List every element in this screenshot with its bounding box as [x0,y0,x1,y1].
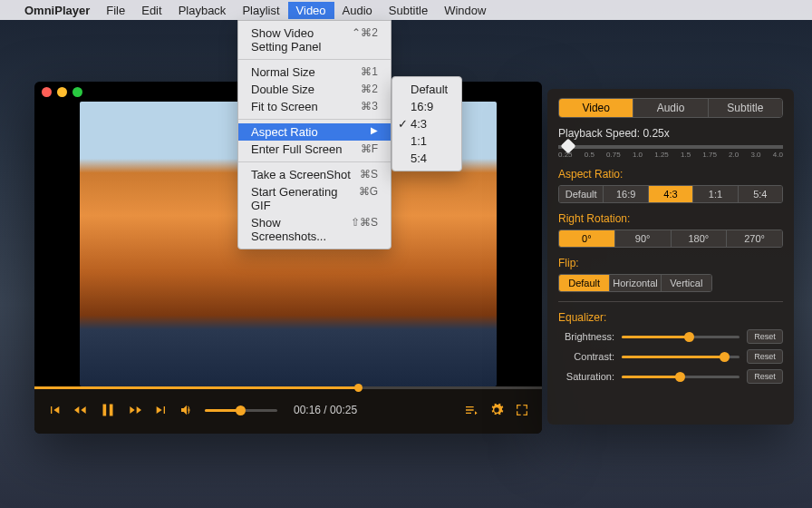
menu-separator [238,59,391,60]
aspect-option-default[interactable]: Default [392,81,461,98]
rewind-button[interactable] [72,403,87,417]
menuitem-label: Start Generating GIF [251,185,359,212]
menuitem-label: Double Size [251,83,314,96]
menuitem-aspect-ratio[interactable]: Aspect Ratio ▶ [238,123,391,141]
menuitem-label: Normal Size [251,65,315,79]
rotation-segmented: 0° 90° 180° 270° [558,230,783,248]
tab-video[interactable]: Video [559,99,633,117]
settings-button[interactable] [489,403,504,417]
app-menu[interactable]: OmniPlayer [16,2,98,19]
aspect-4-3[interactable]: 4:3 [648,186,692,202]
menuitem-label: Show Video Setting Panel [251,26,352,54]
aspect-1-1[interactable]: 1:1 [692,186,737,202]
playback-speed-slider[interactable] [558,145,783,149]
timecode: 00:16 / 00:25 [294,404,357,416]
flip-default[interactable]: Default [559,275,609,291]
window-close-button[interactable] [42,87,52,97]
aspect-5-4[interactable]: 5:4 [738,186,782,202]
brightness-slider[interactable] [622,336,740,338]
menu-window[interactable]: Window [436,2,494,19]
contrast-reset-button[interactable]: Reset [747,349,783,364]
video-pillarbox-left [34,102,80,386]
next-track-button[interactable] [154,403,169,417]
saturation-slider[interactable] [622,376,740,378]
pause-button[interactable] [98,400,118,420]
menuitem-show-screenshots[interactable]: Show Screenshots... ⇧⌘S [238,214,391,245]
aspect-option-1-1[interactable]: 1:1 [392,132,461,150]
rotation-90[interactable]: 90° [614,230,671,247]
menuitem-label: Enter Full Screen [251,142,342,156]
menuitem-shortcut: ⌘2 [361,83,378,96]
rotation-270[interactable]: 270° [726,230,782,247]
contrast-slider[interactable] [622,356,740,358]
fast-forward-button[interactable] [129,403,143,417]
player-controls: 00:16 / 00:25 [34,386,542,434]
eq-saturation-row: Saturation: Reset [558,369,783,384]
aspect-option-4-3[interactable]: 4:3 [392,115,461,132]
window-zoom-button[interactable] [72,87,82,97]
menubar: OmniPlayer File Edit Playback Playlist V… [0,0,812,20]
tab-subtitle[interactable]: Subtitle [708,99,782,117]
menuitem-label: Fit to Screen [251,100,318,113]
fullscreen-button[interactable] [515,403,529,417]
eq-brightness-row: Brightness: Reset [558,329,783,344]
menu-separator [238,161,391,162]
tab-audio[interactable]: Audio [633,99,707,117]
prev-track-button[interactable] [47,403,62,417]
menu-audio[interactable]: Audio [334,2,381,19]
menu-separator [238,119,391,120]
menuitem-shortcut: ⌘S [360,168,378,181]
eq-contrast-row: Contrast: Reset [558,349,783,364]
menu-subtitle[interactable]: Subtitle [381,2,436,19]
flip-horizontal[interactable]: Horizontal [609,275,660,291]
flip-vertical[interactable]: Vertical [661,275,711,291]
aspect-option-5-4[interactable]: 5:4 [392,150,461,167]
playlist-button[interactable] [464,403,478,417]
contrast-label: Contrast: [558,351,614,362]
window-minimize-button[interactable] [57,87,67,97]
flip-segmented: Default Horizontal Vertical [558,274,712,292]
brightness-reset-button[interactable]: Reset [747,329,783,344]
video-settings-panel: Video Audio Subtitle Playback Speed: 0.2… [547,89,794,425]
speed-ticks: 0.250.50.751.01.251.51.752.03.04.0 [558,151,783,159]
settings-tabs: Video Audio Subtitle [558,98,783,118]
menu-video[interactable]: Video [288,2,334,19]
menuitem-label: Show Screenshots... [251,216,351,243]
menuitem-double-size[interactable]: Double Size ⌘2 [238,81,391,98]
flip-section-label: Flip: [558,257,783,269]
aspect-16-9[interactable]: 16:9 [603,186,647,202]
rotation-0[interactable]: 0° [559,230,614,247]
menuitem-label: Take a ScreenShot [251,168,351,181]
menuitem-shortcut: ⌘F [361,142,378,156]
rotation-180[interactable]: 180° [671,230,727,247]
aspect-ratio-section-label: Aspect Ratio: [558,168,783,181]
menu-file[interactable]: File [98,2,133,19]
menuitem-take-screenshot[interactable]: Take a ScreenShot ⌘S [238,166,391,183]
volume-icon[interactable] [179,403,194,417]
progress-bar[interactable] [34,386,542,389]
menuitem-shortcut: ⌘3 [361,100,378,113]
equalizer-section-label: Equalizer: [558,311,783,324]
menuitem-shortcut: ⌃⌘2 [352,26,378,54]
menuitem-show-video-setting-panel[interactable]: Show Video Setting Panel ⌃⌘2 [238,24,391,55]
menuitem-shortcut: ⌘G [359,185,378,212]
menuitem-normal-size[interactable]: Normal Size ⌘1 [238,64,391,81]
saturation-label: Saturation: [558,371,614,382]
aspect-option-16-9[interactable]: 16:9 [392,98,461,115]
menuitem-label: Aspect Ratio [251,125,318,139]
menu-playlist[interactable]: Playlist [234,2,287,19]
volume-slider[interactable] [205,409,277,412]
menu-edit[interactable]: Edit [133,2,169,19]
brightness-label: Brightness: [558,331,614,342]
menuitem-fit-to-screen[interactable]: Fit to Screen ⌘3 [238,98,391,115]
aspect-ratio-segmented: Default 16:9 4:3 1:1 5:4 [558,185,783,203]
menu-playback[interactable]: Playback [170,2,235,19]
panel-divider [558,301,783,302]
menuitem-enter-full-screen[interactable]: Enter Full Screen ⌘F [238,141,391,158]
aspect-ratio-submenu: Default 16:9 4:3 1:1 5:4 [392,76,462,171]
saturation-reset-button[interactable]: Reset [747,369,783,384]
video-pillarbox-right [497,102,542,386]
aspect-default[interactable]: Default [559,186,603,202]
playback-speed-label: Playback Speed: 0.25x [558,127,783,140]
menuitem-start-gif[interactable]: Start Generating GIF ⌘G [238,183,391,214]
